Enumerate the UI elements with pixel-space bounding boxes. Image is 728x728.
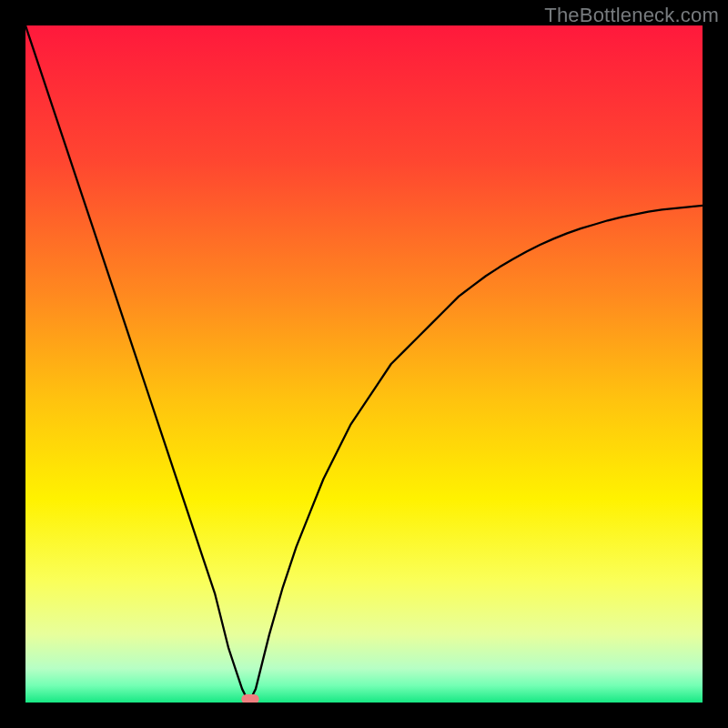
min-marker [241, 694, 258, 703]
gradient-bg [25, 25, 703, 703]
chart-frame: TheBottleneck.com [0, 0, 728, 728]
chart-svg [25, 25, 703, 703]
watermark-text: TheBottleneck.com [544, 4, 719, 27]
plot-area [25, 25, 703, 703]
